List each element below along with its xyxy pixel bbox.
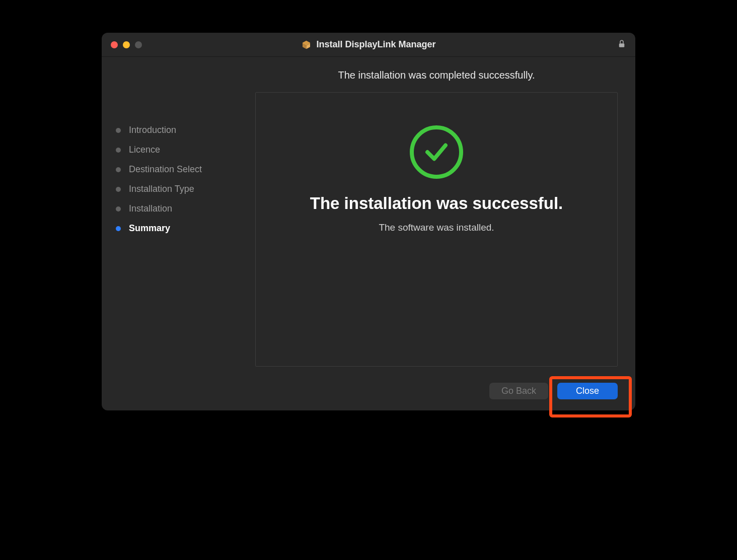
step-label: Installation Type xyxy=(129,184,194,194)
step-bullet-icon xyxy=(116,148,121,153)
step-summary: Summary xyxy=(116,223,241,234)
go-back-button: Go Back xyxy=(489,383,548,399)
step-installation: Installation xyxy=(116,203,241,214)
step-licence: Licence xyxy=(116,145,241,155)
success-subline: The software was installed. xyxy=(379,222,494,233)
window-minimize-button[interactable] xyxy=(123,41,130,48)
window-zoom-button xyxy=(135,41,142,48)
window-body: Introduction Licence Destination Select … xyxy=(102,57,635,376)
step-label: Introduction xyxy=(129,125,176,135)
step-installation-type: Installation Type xyxy=(116,184,241,194)
step-label: Installation xyxy=(129,203,172,214)
step-bullet-icon xyxy=(116,226,121,231)
step-bullet-icon xyxy=(116,206,121,212)
success-checkmark-icon xyxy=(410,125,463,179)
main-content: The installation was completed successfu… xyxy=(255,57,635,376)
step-list: Introduction Licence Destination Select … xyxy=(116,125,241,234)
step-bullet-icon xyxy=(116,128,121,133)
status-message: The installation was completed successfu… xyxy=(255,69,618,81)
sidebar: Introduction Licence Destination Select … xyxy=(102,57,255,376)
window-title: Install DisplayLink Manager xyxy=(316,39,435,50)
close-button[interactable]: Close xyxy=(557,383,618,399)
window-close-button[interactable] xyxy=(111,41,118,48)
step-destination-select: Destination Select xyxy=(116,164,241,175)
lock-icon[interactable] xyxy=(617,39,626,50)
success-headline: The installation was successful. xyxy=(310,194,563,213)
title-area: Install DisplayLink Manager xyxy=(301,39,435,50)
titlebar: Install DisplayLink Manager xyxy=(102,33,635,57)
traffic-lights xyxy=(111,41,142,48)
installer-window: Install DisplayLink Manager Introduction… xyxy=(102,33,635,410)
step-label: Summary xyxy=(129,223,170,234)
package-icon xyxy=(301,40,311,50)
button-row: Go Back Close xyxy=(102,376,635,410)
step-label: Destination Select xyxy=(129,164,202,175)
step-bullet-icon xyxy=(116,167,121,172)
content-panel: The installation was successful. The sof… xyxy=(255,92,618,367)
step-bullet-icon xyxy=(116,187,121,192)
svg-rect-0 xyxy=(619,43,625,47)
step-label: Licence xyxy=(129,145,160,155)
step-introduction: Introduction xyxy=(116,125,241,135)
